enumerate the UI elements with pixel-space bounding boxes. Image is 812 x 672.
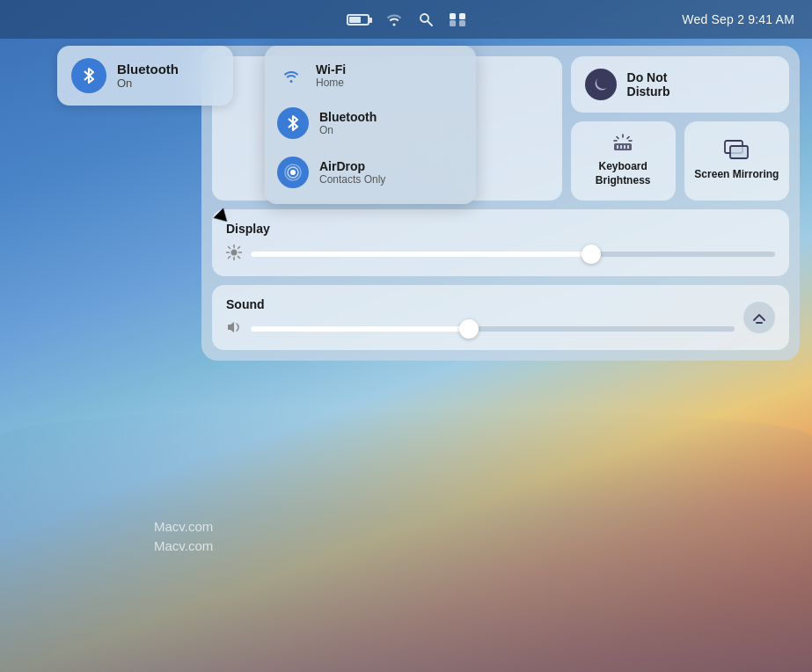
popup-wifi-status: Home <box>316 77 346 89</box>
popup-bluetooth-status: On <box>319 124 377 136</box>
popup-airdrop-icon-wrap <box>277 157 309 188</box>
display-section: Display <box>212 209 789 276</box>
screen-mirroring-tile[interactable]: Screen Mirroring <box>684 121 789 201</box>
dnd-label: Do NotDisturb <box>627 70 670 99</box>
svg-rect-3 <box>459 13 465 19</box>
moon-icon <box>592 76 610 93</box>
svg-point-21 <box>231 250 238 256</box>
display-slider-track[interactable] <box>251 252 775 257</box>
bluetooth-tile-icon-wrap <box>71 58 106 93</box>
popup-wifi-label: Wi-Fi <box>316 62 346 77</box>
search-menubar-icon[interactable] <box>419 12 433 26</box>
svg-rect-2 <box>450 13 456 19</box>
screen-mirroring-label: Screen Mirroring <box>694 168 779 182</box>
display-slider-row <box>226 245 775 264</box>
menubar: Wed Sep 2 9:41 AM <box>0 0 812 39</box>
svg-rect-9 <box>614 143 632 150</box>
wifi-menubar-icon[interactable] <box>385 12 403 26</box>
bluetooth-expanded-popup: Wi-Fi Home Bluetooth On AirDrop Contacts… <box>265 46 476 204</box>
keyboard-brightness-tile[interactable]: Keyboard Brightness <box>571 121 676 201</box>
screen-mirroring-icon <box>724 140 749 161</box>
svg-line-16 <box>627 137 629 139</box>
popup-airdrop-label: AirDrop <box>319 159 385 173</box>
bluetooth-tile-label: Bluetooth <box>117 62 179 77</box>
do-not-disturb-tile[interactable]: Do NotDisturb <box>571 56 789 113</box>
sound-slider-fill <box>251 326 469 332</box>
display-slider-fill <box>251 252 591 257</box>
keyboard-brightness-icon <box>611 134 635 153</box>
svg-line-1 <box>428 21 432 26</box>
svg-line-27 <box>238 257 240 259</box>
popup-wifi-icon <box>277 62 305 90</box>
cc-right-col: Do NotDisturb <box>571 56 789 201</box>
svg-rect-30 <box>756 322 763 324</box>
popup-bluetooth-icon-wrap <box>277 107 309 139</box>
svg-rect-4 <box>450 20 456 26</box>
svg-line-26 <box>229 247 230 249</box>
sound-content: Sound <box>226 297 735 338</box>
svg-rect-5 <box>459 20 465 26</box>
popup-airdrop-item[interactable]: AirDrop Contacts Only <box>265 148 476 197</box>
popup-bluetooth-label: Bluetooth <box>319 110 377 124</box>
svg-line-29 <box>229 257 230 259</box>
display-label: Display <box>226 222 775 236</box>
volume-icon <box>226 320 242 338</box>
svg-point-6 <box>290 170 296 175</box>
battery-icon[interactable] <box>347 11 369 27</box>
sound-label: Sound <box>226 297 735 311</box>
popup-wifi-item[interactable]: Wi-Fi Home <box>265 53 476 99</box>
keyboard-brightness-label: Keyboard Brightness <box>580 160 667 187</box>
sound-slider-row <box>226 320 735 338</box>
sound-slider-track[interactable] <box>251 326 735 332</box>
bluetooth-tile-status: On <box>117 77 179 90</box>
dnd-icon-wrap <box>585 69 617 100</box>
svg-line-15 <box>617 137 618 139</box>
bluetooth-tile-info: Bluetooth On <box>117 62 179 90</box>
airplay-button[interactable] <box>743 302 775 333</box>
sound-slider-thumb[interactable] <box>459 319 479 339</box>
popup-airdrop-info: AirDrop Contacts Only <box>319 159 385 186</box>
bluetooth-tile[interactable]: Bluetooth On <box>57 46 233 106</box>
bluetooth-tile-icon <box>82 67 96 84</box>
popup-airdrop-status: Contacts Only <box>319 173 385 186</box>
popup-bluetooth-info: Bluetooth On <box>319 110 377 136</box>
desktop-hills <box>0 408 812 672</box>
menubar-status-icons <box>347 11 466 27</box>
svg-line-28 <box>238 247 240 249</box>
popup-bluetooth-item[interactable]: Bluetooth On <box>265 99 476 148</box>
brightness-icon <box>226 245 242 264</box>
control-center-menubar-icon[interactable] <box>449 12 466 26</box>
sound-section: Sound <box>212 285 789 350</box>
popup-wifi-info: Wi-Fi Home <box>316 62 346 89</box>
dnd-title: Do NotDisturb <box>627 70 670 99</box>
menubar-datetime: Wed Sep 2 9:41 AM <box>682 12 794 26</box>
svg-rect-20 <box>730 146 748 158</box>
cc-bottom-tiles: Keyboard Brightness Screen Mirroring <box>571 121 789 201</box>
display-slider-thumb[interactable] <box>582 245 601 264</box>
